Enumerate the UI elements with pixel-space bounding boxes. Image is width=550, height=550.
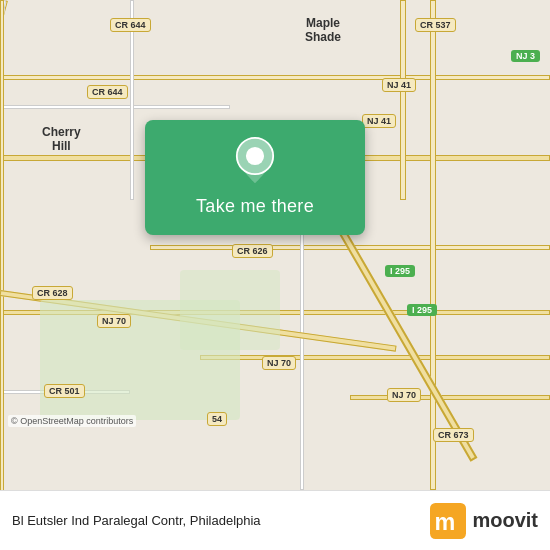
moovit-brand-text: moovit bbox=[472, 509, 538, 532]
badge-cr537: CR 537 bbox=[415, 18, 456, 32]
road-v3 bbox=[400, 0, 406, 200]
badge-cr644-1: CR 644 bbox=[110, 18, 151, 32]
badge-cr673: CR 673 bbox=[433, 428, 474, 442]
badge-54: 54 bbox=[207, 412, 227, 426]
location-pin-icon bbox=[230, 136, 280, 186]
badge-cr628: CR 628 bbox=[32, 286, 73, 300]
road-h2 bbox=[0, 105, 230, 109]
badge-cr501: CR 501 bbox=[44, 384, 85, 398]
svg-point-2 bbox=[248, 149, 263, 164]
road-h6 bbox=[200, 355, 550, 360]
badge-i295-1: I 295 bbox=[385, 265, 415, 277]
badge-cr644-2: CR 644 bbox=[87, 85, 128, 99]
map-container: CR 644 CR 644 CR 537 NJ 41 NJ 41 CR 626 … bbox=[0, 0, 550, 490]
badge-nj70-1: NJ 70 bbox=[97, 314, 131, 328]
road-v4 bbox=[430, 0, 436, 490]
copyright-text: © OpenStreetMap contributors bbox=[8, 415, 136, 427]
badge-nj41-2: NJ 41 bbox=[362, 114, 396, 128]
badge-cr626: CR 626 bbox=[232, 244, 273, 258]
badge-nj70-3: NJ 70 bbox=[387, 388, 421, 402]
moovit-logo: m moovit bbox=[430, 503, 538, 539]
location-card: Take me there bbox=[145, 120, 365, 235]
svg-text:m: m bbox=[435, 509, 456, 535]
road-v1 bbox=[0, 0, 4, 490]
road-h7 bbox=[350, 395, 550, 400]
label-cherry-hill: CherryHill bbox=[42, 125, 81, 153]
green-area-2 bbox=[180, 270, 280, 350]
road-v5 bbox=[300, 200, 304, 490]
badge-i295-2: I 295 bbox=[407, 304, 437, 316]
take-me-there-button[interactable]: Take me there bbox=[196, 196, 314, 217]
bottom-bar: Bl Eutsler Ind Paralegal Contr, Philadel… bbox=[0, 490, 550, 550]
badge-nj70-2: NJ 70 bbox=[262, 356, 296, 370]
label-maple-shade: MapleShade bbox=[305, 16, 341, 44]
badge-nj3: NJ 3 bbox=[511, 50, 540, 62]
location-name: Bl Eutsler Ind Paralegal Contr, Philadel… bbox=[12, 513, 261, 528]
badge-nj41-1: NJ 41 bbox=[382, 78, 416, 92]
moovit-m-icon: m bbox=[430, 503, 466, 539]
road-h1 bbox=[0, 75, 550, 80]
